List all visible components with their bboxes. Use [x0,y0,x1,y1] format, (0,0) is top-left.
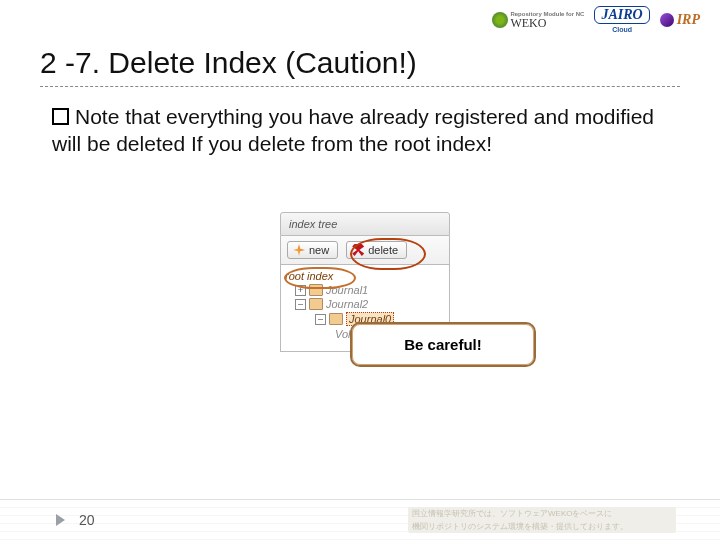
tree-row[interactable]: – Journal2 [285,297,445,311]
tree-item-label: Journal2 [326,298,368,310]
new-button-label: new [309,244,329,256]
tree-root-row[interactable]: root index [285,269,445,283]
delete-button[interactable]: delete [346,241,407,259]
logo-jairo-sub: Cloud [612,26,632,33]
logo-weko: Repository Module for NC WEKO [492,11,584,29]
slide: Repository Module for NC WEKO JAIRO Clou… [0,0,720,540]
footer: 20 国立情報学研究所では、ソフトウェアWEKOをベースに機関リポジトリのシステ… [0,499,720,540]
title-wrap: 2 -7. Delete Index (Caution!) [40,46,680,87]
caution-text: Be careful! [404,336,482,353]
folder-icon [309,284,323,296]
new-button[interactable]: new [287,241,338,259]
slide-title: 2 -7. Delete Index (Caution!) [40,46,680,80]
logo-jairo: JAIRO Cloud [594,6,649,33]
delete-icon [352,244,364,256]
folder-icon [309,298,323,310]
delete-button-label: delete [368,244,398,256]
logo-irp: IRP [660,12,700,28]
tree-item-label: Journal1 [326,284,368,296]
page-number: 20 [79,512,95,528]
expand-icon[interactable]: + [295,285,306,296]
title-divider [40,86,680,87]
panel-header: index tree [280,212,450,236]
body-text: Note that everything you have already re… [52,104,676,158]
collapse-icon[interactable]: – [295,299,306,310]
logo-jairo-text: JAIRO [594,6,649,24]
logo-weko-text: WEKO [510,17,584,29]
footer-attribution: 国立情報学研究所では、ソフトウェアWEKOをベースに機関リポジトリのシステム環境… [408,507,676,533]
folder-icon [329,313,343,325]
caution-callout: Be careful! [350,322,536,367]
body-paragraph: Note that everything you have already re… [52,105,654,155]
weko-emblem-icon [492,12,508,28]
new-icon [293,244,305,256]
panel-toolbar: new delete [280,236,450,265]
tree-root-label: root index [285,270,333,282]
logo-bar: Repository Module for NC WEKO JAIRO Clou… [492,6,700,33]
tree-row[interactable]: + Journal1 [285,283,445,297]
globe-icon [660,13,674,27]
page-arrow-icon [56,514,65,526]
logo-irp-text: IRP [677,12,700,28]
collapse-icon[interactable]: – [315,314,326,325]
bullet-icon [52,108,69,125]
